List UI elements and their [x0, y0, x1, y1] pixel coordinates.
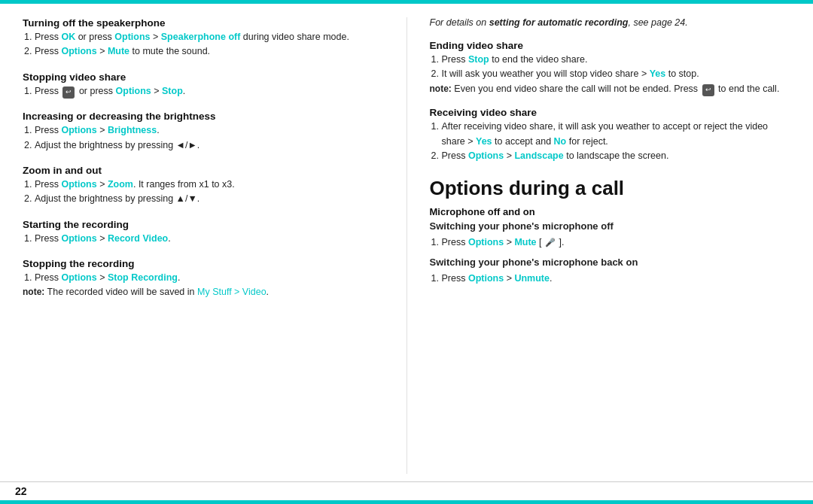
- note-label: note:: [430, 83, 452, 94]
- list-item: Press Options > Record Video.: [35, 232, 384, 246]
- list-item: Adjust the brightness by pressing ◄/►.: [35, 138, 384, 153]
- sub-heading-microphone: Microphone off and on: [430, 206, 791, 217]
- switching-mic-on-section: Switching your phone's microphone back o…: [430, 255, 791, 287]
- list-item: Press Options > Brightness.: [35, 123, 384, 138]
- section-title: Stopping the recording: [23, 258, 384, 269]
- list-item: Press Stop to end the video share.: [442, 53, 791, 67]
- mute-icon: 🎤: [545, 236, 556, 249]
- section-stopping-recording: Stopping the recording Press Options > S…: [23, 258, 384, 300]
- section-title: Zoom in and out: [23, 165, 384, 176]
- end-call-icon: ↩: [62, 87, 75, 99]
- section-title: Stopping video share: [23, 71, 384, 83]
- list-item: Press Options > Unmute.: [442, 272, 791, 286]
- my-stuff-link: My Stuff > Video: [197, 287, 266, 297]
- section-turning-off-speakerphone: Turning off the speakerphone Press OK or…: [23, 17, 384, 59]
- list-item: Press Options > Mute [ 🎤 ].: [442, 235, 791, 250]
- section-receiving-video-share: Receiving video share After receiving vi…: [430, 107, 791, 163]
- section-title: Receiving video share: [430, 107, 791, 118]
- list-item: Adjust the brightness by pressing ▲/▼.: [35, 192, 384, 206]
- list-item: Press Options > Zoom. It ranges from x1 …: [35, 178, 384, 192]
- options-during-call-section: Options during a call Microphone off and…: [430, 174, 791, 289]
- note-text: note: The recorded video will be saved i…: [23, 285, 384, 299]
- section-zoom: Zoom in and out Press Options > Zoom. It…: [23, 165, 384, 207]
- switching-mic-off-section: Switching your phone's microphone off Pr…: [430, 219, 791, 250]
- list-item: After receiving video share, it will ask…: [442, 120, 791, 149]
- left-column: Turning off the speakerphone Press OK or…: [23, 17, 384, 474]
- content-area: Turning off the speakerphone Press OK or…: [0, 4, 813, 481]
- options-heading: Options during a call: [430, 177, 791, 200]
- section-title: Turning off the speakerphone: [23, 17, 384, 29]
- page-footer: 22: [0, 481, 813, 500]
- list-item: Press OK or press Options > Speakerphone…: [35, 30, 384, 44]
- section-starting-recording: Starting the recording Press Options > R…: [23, 219, 384, 246]
- end-call-icon: ↩: [702, 84, 714, 96]
- section-stopping-video-share: Stopping video share Press ↩ or press Op…: [23, 71, 384, 99]
- note-label: note:: [23, 287, 44, 297]
- microphone-off-on-section: Microphone off and on Switching your pho…: [430, 206, 791, 286]
- switching-mic-on-title: Switching your phone's microphone back o…: [430, 255, 791, 270]
- list-item: Press Options > Mute to mute the sound.: [35, 44, 384, 59]
- section-title: Increasing or decreasing the brightness: [23, 111, 384, 122]
- section-brightness: Increasing or decreasing the brightness …: [23, 111, 384, 153]
- section-title: Starting the recording: [23, 219, 384, 230]
- bottom-bar: [0, 500, 813, 504]
- list-item: It will ask you weather you will stop vi…: [442, 67, 791, 81]
- right-column: For details on setting for automatic rec…: [406, 17, 791, 474]
- section-ending-video-share: Ending video share Press Stop to end the…: [430, 40, 791, 96]
- list-item: Press Options > Stop Recording.: [35, 271, 384, 285]
- page-number: 22: [15, 485, 27, 497]
- section-title: Ending video share: [430, 40, 791, 51]
- intro-text: For details on setting for automatic rec…: [430, 17, 791, 28]
- list-item: Press ↩ or press Options > Stop.: [35, 84, 384, 99]
- note-text: note: Even you end video share the call …: [430, 82, 791, 96]
- list-item: Press Options > Landscape to landscape t…: [442, 149, 791, 163]
- switching-mic-off-title: Switching your phone's microphone off: [430, 219, 791, 234]
- page-container: Turning off the speakerphone Press OK or…: [0, 0, 813, 504]
